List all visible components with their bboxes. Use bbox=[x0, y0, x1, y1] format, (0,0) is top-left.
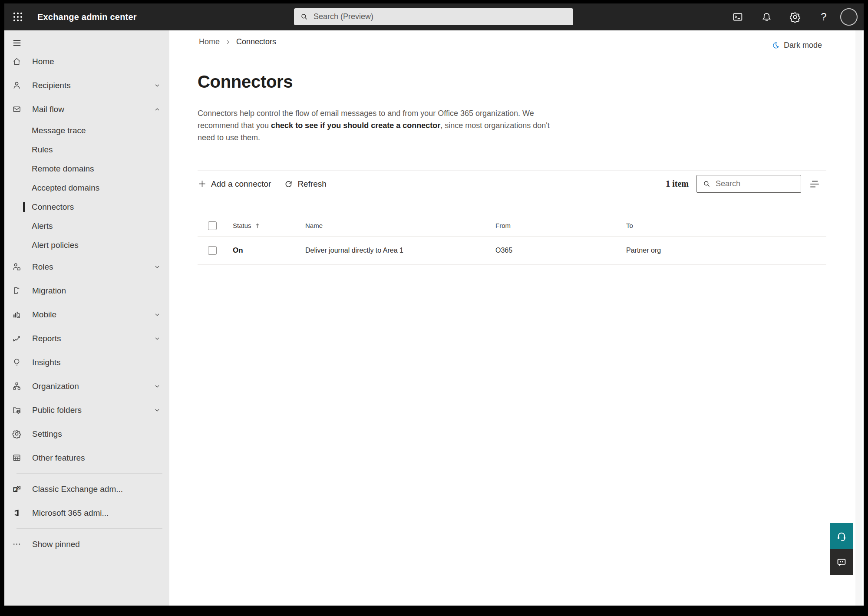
ellipsis-icon bbox=[12, 540, 21, 549]
sidebar-item-recipients[interactable]: Recipients bbox=[4, 73, 169, 97]
search-icon bbox=[703, 180, 711, 188]
table-row[interactable]: On Deliver journal directly to Area 1 O3… bbox=[198, 237, 826, 265]
sidebar-divider bbox=[17, 473, 162, 474]
column-header-label: Status bbox=[233, 222, 251, 229]
sidebar-item-label: Connectors bbox=[32, 202, 74, 212]
support-button[interactable] bbox=[830, 523, 853, 549]
column-header-name[interactable]: Name bbox=[305, 222, 495, 229]
global-search-input[interactable] bbox=[314, 12, 557, 21]
description-link[interactable]: check to see if you should create a conn… bbox=[271, 121, 440, 130]
chevron-down-icon bbox=[154, 82, 161, 89]
breadcrumb-current: Connectors bbox=[236, 37, 276, 46]
hamburger-icon bbox=[12, 38, 22, 48]
sidebar-item-classic-exchange-admin[interactable]: E Classic Exchange adm... bbox=[4, 477, 169, 501]
sidebar-item-label: Mail flow bbox=[32, 105, 64, 114]
row-from: O365 bbox=[495, 247, 626, 254]
sidebar-item-home[interactable]: Home bbox=[4, 49, 169, 73]
column-header-to[interactable]: To bbox=[626, 222, 826, 229]
question-mark-icon: ? bbox=[821, 11, 826, 23]
global-search-box[interactable] bbox=[294, 8, 573, 25]
sort-ascending-icon bbox=[254, 223, 261, 229]
gear-icon bbox=[12, 429, 21, 438]
vertical-scrollbar[interactable] bbox=[855, 30, 862, 606]
sidebar-item-reports[interactable]: Reports bbox=[4, 326, 169, 350]
list-search-box[interactable] bbox=[696, 175, 801, 193]
sidebar-item-accepted-domains[interactable]: Accepted domains bbox=[4, 178, 169, 198]
sidebar-item-alert-policies[interactable]: Alert policies bbox=[4, 236, 169, 255]
column-header-status[interactable]: Status bbox=[233, 222, 305, 229]
sidebar-item-label: Migration bbox=[32, 286, 66, 296]
exchange-logo-icon: E bbox=[12, 484, 21, 494]
list-search-input[interactable] bbox=[716, 179, 789, 188]
sidebar-item-microsoft-365-admin[interactable]: Microsoft 365 admi... bbox=[4, 501, 169, 525]
sidebar-item-message-trace[interactable]: Message trace bbox=[4, 121, 169, 140]
refresh-button[interactable]: Refresh bbox=[284, 179, 327, 189]
sidebar-item-label: Alert policies bbox=[32, 240, 79, 250]
sidebar-item-roles[interactable]: Roles bbox=[4, 255, 169, 279]
waffle-icon bbox=[12, 11, 23, 23]
sidebar-item-label: Organization bbox=[32, 382, 79, 391]
dark-mode-label: Dark mode bbox=[784, 41, 822, 50]
sidebar-item-remote-domains[interactable]: Remote domains bbox=[4, 159, 169, 178]
sidebar-item-connectors[interactable]: Connectors bbox=[4, 198, 169, 217]
sidebar-item-other-features[interactable]: Other features bbox=[4, 446, 169, 470]
sidebar-item-organization[interactable]: Organization bbox=[4, 374, 169, 398]
collapse-nav-button[interactable] bbox=[4, 36, 169, 49]
notifications-button[interactable] bbox=[756, 7, 777, 27]
sidebar-item-show-pinned[interactable]: Show pinned bbox=[4, 532, 169, 556]
sidebar-item-label: Remote domains bbox=[32, 164, 94, 174]
selected-indicator bbox=[23, 202, 25, 212]
sidebar-item-rules[interactable]: Rules bbox=[4, 140, 169, 159]
table-header-row: Status Name From To bbox=[198, 215, 826, 237]
settings-button[interactable] bbox=[785, 7, 805, 27]
chevron-right-icon bbox=[225, 39, 231, 45]
org-chart-icon bbox=[12, 382, 21, 391]
refresh-icon bbox=[284, 179, 293, 188]
dark-mode-toggle[interactable]: Dark mode bbox=[772, 41, 822, 50]
add-connector-button[interactable]: Add a connector bbox=[198, 179, 271, 189]
document-arrow-icon bbox=[12, 286, 21, 295]
sidebar-item-label: Reports bbox=[32, 334, 61, 343]
svg-text:E: E bbox=[14, 488, 17, 492]
app-title: Exchange admin center bbox=[37, 3, 137, 30]
connectors-table: Status Name From To On Deliver journal d… bbox=[198, 215, 826, 265]
sidebar-item-label: Roles bbox=[32, 262, 53, 272]
account-avatar[interactable] bbox=[840, 8, 858, 26]
search-icon bbox=[300, 13, 308, 21]
person-briefcase-icon bbox=[12, 262, 21, 271]
row-checkbox[interactable] bbox=[208, 246, 217, 255]
chevron-down-icon bbox=[154, 335, 161, 342]
breadcrumb-home-link[interactable]: Home bbox=[199, 37, 220, 46]
select-all-checkbox[interactable] bbox=[208, 221, 217, 230]
refresh-label: Refresh bbox=[297, 179, 327, 189]
sidebar-item-mail-flow[interactable]: Mail flow bbox=[4, 97, 169, 121]
filter-icon[interactable] bbox=[809, 178, 820, 190]
main-content: Home Connectors Dark mode Connectors Con… bbox=[169, 30, 864, 606]
column-header-from[interactable]: From bbox=[495, 222, 626, 229]
sidebar-item-migration[interactable]: Migration bbox=[4, 279, 169, 303]
chevron-down-icon bbox=[154, 407, 161, 414]
powershell-button[interactable] bbox=[727, 7, 748, 27]
page-title: Connectors bbox=[198, 72, 293, 92]
sidebar-item-label: Mobile bbox=[32, 310, 56, 320]
row-status: On bbox=[233, 246, 305, 255]
feedback-button[interactable] bbox=[830, 549, 853, 575]
person-icon bbox=[12, 81, 21, 90]
office-365-logo-icon bbox=[12, 508, 21, 517]
home-icon bbox=[12, 57, 21, 66]
sidebar-item-label: Microsoft 365 admi... bbox=[32, 508, 109, 518]
sidebar-item-public-folders[interactable]: Public folders bbox=[4, 398, 169, 422]
sidebar-item-alerts[interactable]: Alerts bbox=[4, 217, 169, 236]
line-chart-icon bbox=[12, 334, 21, 343]
help-button[interactable]: ? bbox=[813, 7, 834, 27]
plus-icon bbox=[198, 179, 207, 188]
sidebar-item-insights[interactable]: Insights bbox=[4, 350, 169, 374]
app-launcher-button[interactable] bbox=[8, 7, 28, 27]
sidebar-item-label: Rules bbox=[32, 145, 53, 155]
sidebar-item-mobile[interactable]: Mobile bbox=[4, 303, 169, 326]
sidebar-item-label: Settings bbox=[32, 429, 62, 439]
toolbar-divider bbox=[198, 170, 826, 171]
row-name[interactable]: Deliver journal directly to Area 1 bbox=[305, 247, 495, 254]
topbar-actions: ? bbox=[719, 3, 859, 30]
sidebar-item-settings[interactable]: Settings bbox=[4, 422, 169, 446]
